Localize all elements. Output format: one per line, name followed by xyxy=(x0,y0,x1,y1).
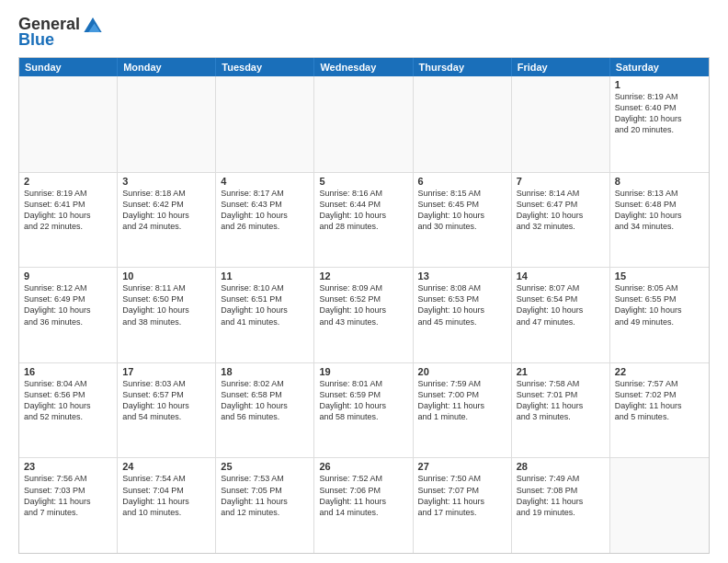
days-header: SundayMondayTuesdayWednesdayThursdayFrid… xyxy=(19,58,709,76)
day-number: 23 xyxy=(24,461,112,472)
cell-line: Daylight: 11 hours xyxy=(418,400,506,411)
cell-line: Daylight: 11 hours xyxy=(517,496,605,507)
day-number: 10 xyxy=(122,270,210,282)
cell-line: Daylight: 10 hours xyxy=(221,400,309,411)
day-number: 28 xyxy=(517,461,605,472)
cell-line: Daylight: 10 hours xyxy=(517,210,605,221)
calendar-cell: 28Sunrise: 7:49 AMSunset: 7:08 PMDayligh… xyxy=(512,458,610,553)
cell-line: Sunrise: 7:52 AM xyxy=(319,473,407,484)
cell-line: and 45 minutes. xyxy=(418,316,506,327)
cell-line: Daylight: 10 hours xyxy=(24,304,112,316)
cell-line: Sunset: 6:48 PM xyxy=(615,199,704,210)
day-number: 13 xyxy=(418,270,506,282)
logo-icon xyxy=(84,17,102,32)
day-number: 22 xyxy=(615,366,704,377)
day-header-tuesday: Tuesday xyxy=(216,58,314,76)
day-number: 27 xyxy=(418,461,506,472)
cell-line: Sunrise: 8:09 AM xyxy=(319,282,407,293)
day-header-wednesday: Wednesday xyxy=(314,58,413,76)
cell-line: Sunset: 7:02 PM xyxy=(615,389,704,400)
calendar-cell: 25Sunrise: 7:53 AMSunset: 7:05 PMDayligh… xyxy=(216,458,314,553)
cell-line: Daylight: 11 hours xyxy=(24,496,112,507)
calendar-cell: 9Sunrise: 8:12 AMSunset: 6:49 PMDaylight… xyxy=(19,268,118,362)
cell-line: Sunrise: 8:14 AM xyxy=(517,188,605,199)
day-number: 3 xyxy=(122,176,210,187)
calendar-body: 1Sunrise: 8:19 AMSunset: 6:40 PMDaylight… xyxy=(19,76,709,553)
cell-line: Sunset: 6:47 PM xyxy=(517,199,605,210)
calendar-cell: 12Sunrise: 8:09 AMSunset: 6:52 PMDayligh… xyxy=(314,268,413,362)
calendar-cell xyxy=(512,76,610,172)
cell-line: Daylight: 10 hours xyxy=(517,304,605,316)
cell-line: and 49 minutes. xyxy=(615,316,704,327)
calendar-cell: 4Sunrise: 8:17 AMSunset: 6:43 PMDaylight… xyxy=(216,173,314,268)
calendar-cell: 22Sunrise: 7:57 AMSunset: 7:02 PMDayligh… xyxy=(610,363,709,458)
cell-line: Sunrise: 8:10 AM xyxy=(221,282,309,293)
cell-line: Sunset: 6:57 PM xyxy=(122,389,210,400)
cell-line: and 32 minutes. xyxy=(517,221,605,232)
cell-line: Sunset: 6:44 PM xyxy=(319,199,407,210)
cell-line: Sunrise: 8:13 AM xyxy=(615,188,704,199)
week-row-1: 2Sunrise: 8:19 AMSunset: 6:41 PMDaylight… xyxy=(19,172,709,268)
cell-line: Daylight: 10 hours xyxy=(122,400,210,411)
cell-line: Sunrise: 8:02 AM xyxy=(221,378,309,389)
day-number: 14 xyxy=(517,270,605,282)
calendar-cell: 26Sunrise: 7:52 AMSunset: 7:06 PMDayligh… xyxy=(314,458,413,553)
calendar-cell: 11Sunrise: 8:10 AMSunset: 6:51 PMDayligh… xyxy=(216,268,314,362)
cell-line: Sunset: 6:53 PM xyxy=(418,293,506,304)
cell-line: and 3 minutes. xyxy=(517,411,605,422)
week-row-4: 23Sunrise: 7:56 AMSunset: 7:03 PMDayligh… xyxy=(19,457,709,553)
cell-line: and 58 minutes. xyxy=(319,411,407,422)
cell-line: and 52 minutes. xyxy=(24,411,112,422)
cell-line: Sunrise: 8:05 AM xyxy=(615,282,704,293)
calendar-cell: 3Sunrise: 8:18 AMSunset: 6:42 PMDaylight… xyxy=(118,173,216,268)
calendar: SundayMondayTuesdayWednesdayThursdayFrid… xyxy=(18,57,710,554)
cell-line: Sunset: 6:54 PM xyxy=(517,293,605,304)
cell-line: Sunrise: 8:18 AM xyxy=(122,188,210,199)
day-header-sunday: Sunday xyxy=(19,58,118,76)
day-number: 21 xyxy=(517,366,605,377)
day-number: 1 xyxy=(615,79,704,90)
calendar-cell: 18Sunrise: 8:02 AMSunset: 6:58 PMDayligh… xyxy=(216,363,314,458)
day-number: 26 xyxy=(319,461,407,472)
cell-line: Daylight: 11 hours xyxy=(221,496,309,507)
calendar-cell xyxy=(314,76,413,172)
cell-line: Sunset: 6:49 PM xyxy=(24,293,112,304)
cell-line: and 36 minutes. xyxy=(24,316,112,327)
calendar-cell: 7Sunrise: 8:14 AMSunset: 6:47 PMDaylight… xyxy=(512,173,610,268)
cell-line: Sunset: 6:42 PM xyxy=(122,199,210,210)
calendar-container: General Blue SundayMondayTuesdayWednesda… xyxy=(0,0,728,563)
cell-line: Daylight: 11 hours xyxy=(122,496,210,507)
cell-line: Sunrise: 7:59 AM xyxy=(418,378,506,389)
calendar-cell: 27Sunrise: 7:50 AMSunset: 7:07 PMDayligh… xyxy=(414,458,512,553)
calendar-cell: 6Sunrise: 8:15 AMSunset: 6:45 PMDaylight… xyxy=(414,173,512,268)
cell-line: Daylight: 10 hours xyxy=(615,210,704,221)
calendar-cell: 20Sunrise: 7:59 AMSunset: 7:00 PMDayligh… xyxy=(414,363,512,458)
cell-line: Sunrise: 7:53 AM xyxy=(221,473,309,484)
cell-line: Sunset: 6:50 PM xyxy=(122,293,210,304)
day-header-monday: Monday xyxy=(118,58,216,76)
cell-line: Sunrise: 8:03 AM xyxy=(122,378,210,389)
cell-line: Sunrise: 7:49 AM xyxy=(517,473,605,484)
day-number: 16 xyxy=(24,366,112,377)
day-number: 20 xyxy=(418,366,506,377)
cell-line: and 19 minutes. xyxy=(517,507,605,518)
cell-line: and 43 minutes. xyxy=(319,316,407,327)
calendar-cell: 13Sunrise: 8:08 AMSunset: 6:53 PMDayligh… xyxy=(414,268,512,362)
cell-line: Sunrise: 8:17 AM xyxy=(221,188,309,199)
cell-line: Sunrise: 7:58 AM xyxy=(517,378,605,389)
cell-line: Sunrise: 8:16 AM xyxy=(319,188,407,199)
cell-line: Sunset: 6:56 PM xyxy=(24,389,112,400)
cell-line: Sunrise: 7:56 AM xyxy=(24,473,112,484)
calendar-cell: 1Sunrise: 8:19 AMSunset: 6:40 PMDaylight… xyxy=(610,76,709,172)
calendar-cell: 2Sunrise: 8:19 AMSunset: 6:41 PMDaylight… xyxy=(19,173,118,268)
calendar-cell: 21Sunrise: 7:58 AMSunset: 7:01 PMDayligh… xyxy=(512,363,610,458)
day-header-saturday: Saturday xyxy=(610,58,709,76)
cell-line: Sunset: 6:52 PM xyxy=(319,293,407,304)
cell-line: and 38 minutes. xyxy=(122,316,210,327)
cell-line: Daylight: 10 hours xyxy=(615,304,704,316)
cell-line: Sunrise: 8:11 AM xyxy=(122,282,210,293)
calendar-cell xyxy=(19,76,118,172)
cell-line: Daylight: 10 hours xyxy=(24,400,112,411)
day-number: 18 xyxy=(221,366,309,377)
cell-line: Sunset: 7:05 PM xyxy=(221,485,309,496)
